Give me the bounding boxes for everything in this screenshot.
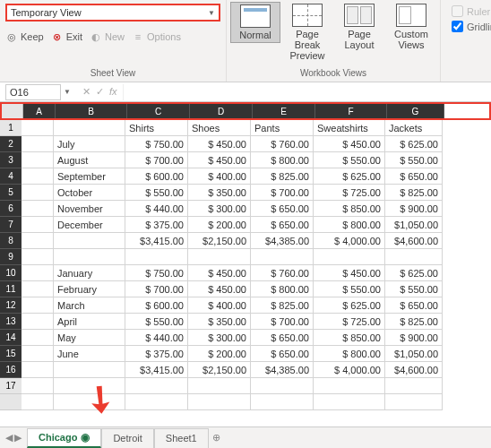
new-button[interactable]: ◐New: [90, 30, 125, 43]
cell[interactable]: $ 375.00: [125, 346, 188, 362]
cell[interactable]: [22, 152, 54, 168]
cell[interactable]: [125, 249, 188, 265]
cell[interactable]: $ 550.00: [385, 281, 443, 297]
cell[interactable]: $ 650.00: [385, 168, 443, 185]
fx-icon[interactable]: fx: [109, 86, 117, 98]
cell[interactable]: June: [54, 346, 125, 362]
cell[interactable]: $ 375.00: [125, 217, 188, 233]
custom-views-button[interactable]: Custom Views: [386, 2, 436, 52]
cell[interactable]: $ 450.00: [314, 265, 385, 281]
cell[interactable]: $ 850.00: [314, 201, 385, 217]
gridlines-checkbox[interactable]: Gridlines: [452, 21, 491, 32]
cell[interactable]: $ 750.00: [125, 265, 188, 281]
cell[interactable]: $ 450.00: [314, 136, 385, 152]
row-header-12[interactable]: 12: [0, 297, 22, 314]
cell[interactable]: [54, 394, 125, 410]
cell[interactable]: [22, 346, 54, 362]
cell[interactable]: $ 650.00: [251, 346, 314, 362]
row-header-8[interactable]: 8: [0, 233, 22, 249]
cell[interactable]: $4,385.00: [251, 362, 314, 378]
cell[interactable]: $ 725.00: [314, 314, 385, 330]
cell[interactable]: [22, 297, 54, 314]
cell[interactable]: [54, 120, 125, 136]
cell[interactable]: $ 825.00: [385, 185, 443, 201]
cell[interactable]: $ 440.00: [125, 201, 188, 217]
cell[interactable]: [22, 120, 54, 136]
cell[interactable]: $3,415.00: [125, 233, 188, 249]
cell[interactable]: $ 750.00: [125, 136, 188, 152]
cell[interactable]: $ 450.00: [188, 152, 251, 168]
cell[interactable]: $ 350.00: [188, 185, 251, 201]
cell[interactable]: $ 550.00: [314, 152, 385, 168]
cell[interactable]: $ 450.00: [188, 136, 251, 152]
cell[interactable]: [54, 378, 125, 394]
row-header-10[interactable]: 10: [0, 265, 22, 281]
cell[interactable]: [22, 394, 54, 410]
tab-nav-prev-icon[interactable]: ◀: [5, 432, 13, 444]
cell[interactable]: $1,050.00: [385, 217, 443, 233]
cell[interactable]: [22, 378, 54, 394]
cell[interactable]: [188, 394, 251, 410]
cell[interactable]: [22, 314, 54, 330]
cell[interactable]: [188, 378, 251, 394]
cell[interactable]: $ 550.00: [125, 185, 188, 201]
cell[interactable]: March: [54, 297, 125, 314]
sheet-view-dropdown[interactable]: Temporary View ▼: [5, 4, 220, 22]
cell[interactable]: January: [54, 265, 125, 281]
cell[interactable]: Sweatshirts: [314, 120, 385, 136]
row-header-13[interactable]: 13: [0, 314, 22, 330]
cell[interactable]: [22, 362, 54, 378]
cell[interactable]: $ 700.00: [251, 314, 314, 330]
cell[interactable]: [54, 249, 125, 265]
row-header-14[interactable]: 14: [0, 330, 22, 346]
cell[interactable]: $ 400.00: [188, 297, 251, 314]
cell[interactable]: [251, 394, 314, 410]
cell[interactable]: $ 800.00: [251, 281, 314, 297]
cell[interactable]: $ 800.00: [251, 152, 314, 168]
col-header-d[interactable]: D: [190, 104, 253, 118]
cell[interactable]: August: [54, 152, 125, 168]
cell[interactable]: [125, 394, 188, 410]
cell[interactable]: $ 550.00: [125, 314, 188, 330]
cell[interactable]: September: [54, 168, 125, 185]
col-header-f[interactable]: F: [315, 104, 387, 118]
cell[interactable]: [22, 217, 54, 233]
cell[interactable]: [251, 249, 314, 265]
row-header-9[interactable]: 9: [0, 249, 22, 265]
cell[interactable]: [385, 378, 443, 394]
options-button[interactable]: ≡Options: [132, 30, 181, 43]
name-box[interactable]: O16: [5, 84, 61, 100]
cell[interactable]: [54, 362, 125, 378]
col-header-b[interactable]: B: [56, 104, 127, 118]
cell[interactable]: February: [54, 281, 125, 297]
row-header-17[interactable]: 17: [0, 378, 22, 394]
cell[interactable]: $ 800.00: [314, 217, 385, 233]
cell[interactable]: $1,050.00: [385, 346, 443, 362]
cell[interactable]: [314, 249, 385, 265]
cell[interactable]: [22, 185, 54, 201]
cell[interactable]: $4,600.00: [385, 362, 443, 378]
cell[interactable]: [22, 201, 54, 217]
cell[interactable]: [22, 168, 54, 185]
cell[interactable]: $ 900.00: [385, 201, 443, 217]
page-break-preview-button[interactable]: Page Break Preview: [282, 2, 332, 63]
cell[interactable]: $ 200.00: [188, 217, 251, 233]
cell[interactable]: $ 700.00: [125, 152, 188, 168]
cell[interactable]: $ 700.00: [125, 281, 188, 297]
tab-nav[interactable]: ◀▶: [0, 432, 27, 444]
cell[interactable]: $ 550.00: [314, 281, 385, 297]
cell[interactable]: $4,385.00: [251, 233, 314, 249]
row-header-6[interactable]: 6: [0, 201, 22, 217]
cell[interactable]: July: [54, 136, 125, 152]
row-header-5[interactable]: 5: [0, 185, 22, 201]
tab-nav-next-icon[interactable]: ▶: [14, 432, 22, 444]
formula-bar[interactable]: [123, 84, 491, 100]
cell[interactable]: $ 625.00: [314, 168, 385, 185]
cell[interactable]: $ 300.00: [188, 201, 251, 217]
cell[interactable]: [22, 249, 54, 265]
cell[interactable]: [314, 378, 385, 394]
exit-button[interactable]: ⊗Exit: [51, 30, 82, 43]
cell[interactable]: $ 200.00: [188, 346, 251, 362]
row-header-7[interactable]: 7: [0, 217, 22, 233]
cell[interactable]: $ 450.00: [188, 281, 251, 297]
